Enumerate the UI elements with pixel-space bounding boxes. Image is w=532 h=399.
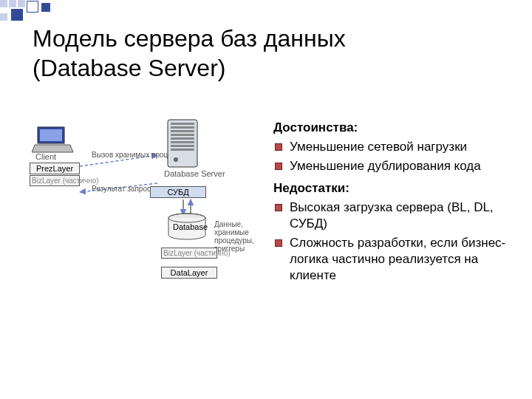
database-contents-label: Данные, хранимые процедуры, триггеры	[214, 220, 259, 253]
slide-title: Модель сервера баз данных (Database Serv…	[33, 24, 346, 83]
database-label: Database	[173, 223, 208, 231]
pros-header: Достоинства:	[273, 120, 517, 136]
svg-rect-10	[171, 137, 194, 140]
list-item: Уменьшение дублирования кода	[273, 158, 517, 174]
svg-marker-4	[32, 145, 73, 152]
svg-rect-6	[171, 123, 194, 125]
svg-rect-11	[171, 141, 194, 143]
prez-layer-box: PrezLayer	[30, 163, 80, 174]
title-line-2: (Database Server)	[33, 55, 225, 81]
svg-rect-12	[171, 145, 194, 147]
server-label: Database Server	[164, 170, 225, 178]
bullet-icon	[275, 143, 282, 151]
result-label: Результат запроса	[92, 185, 155, 193]
svg-point-14	[174, 157, 178, 162]
list-item: Уменьшение сетевой нагрузки	[273, 139, 517, 155]
corner-decoration	[0, 0, 118, 22]
text-content: Достоинства: Уменьшение сетевой нагрузки…	[273, 117, 517, 284]
biz-layer-server-box: BizLayer (частично)	[161, 248, 217, 259]
bullet-icon	[275, 163, 282, 170]
svg-rect-8	[171, 130, 194, 132]
svg-rect-9	[171, 134, 194, 136]
laptop-icon	[32, 126, 76, 155]
list-item: Высокая загрузка сервера (BL, DL, СУБД)	[273, 200, 517, 232]
bullet-icon	[275, 239, 282, 247]
svg-rect-3	[40, 129, 62, 141]
svg-rect-7	[171, 126, 194, 129]
architecture-diagram: Client PrezLayer BizLayer (частично) Выз…	[21, 126, 257, 318]
biz-layer-client-box: BizLayer (частично)	[30, 175, 80, 186]
subd-box: СУБД	[150, 186, 206, 198]
title-line-1: Модель сервера баз данных	[33, 25, 346, 52]
client-label: Client	[35, 153, 56, 161]
server-icon	[165, 118, 200, 170]
svg-rect-13	[171, 149, 194, 151]
list-item: Сложность разработки, если бизнес-логика…	[273, 235, 517, 284]
bullet-icon	[275, 204, 282, 211]
cons-header: Недостатки:	[273, 180, 517, 197]
data-layer-box: DataLayer	[161, 267, 217, 279]
